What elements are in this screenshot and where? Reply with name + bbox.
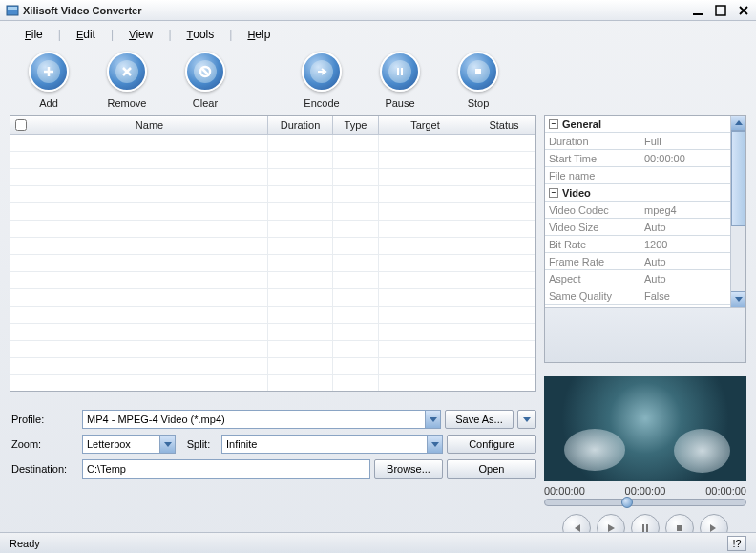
remove-label: Remove bbox=[108, 97, 147, 109]
prop-codec-key: Video Codec bbox=[545, 202, 640, 218]
svg-rect-5 bbox=[397, 68, 399, 75]
timeline-current: 00:00:00 bbox=[625, 485, 666, 497]
chevron-down-icon bbox=[159, 436, 175, 453]
svg-rect-1 bbox=[8, 7, 17, 10]
help-button[interactable]: !? bbox=[727, 536, 746, 551]
prop-size-key: Video Size bbox=[545, 219, 640, 235]
menu-view[interactable]: View bbox=[116, 24, 166, 45]
svg-rect-10 bbox=[677, 525, 682, 531]
header-status[interactable]: Status bbox=[472, 116, 536, 134]
properties-scrollbar[interactable] bbox=[730, 116, 746, 307]
prop-starttime-key: Start Time bbox=[545, 150, 640, 166]
prop-samequality-val[interactable]: False bbox=[640, 287, 730, 304]
menu-help[interactable]: Help bbox=[234, 24, 284, 45]
prop-codec-val[interactable]: mpeg4 bbox=[640, 202, 730, 218]
save-as-dropdown[interactable] bbox=[517, 410, 536, 429]
prop-bitrate-key: Bit Rate bbox=[545, 236, 640, 252]
split-label: Split: bbox=[179, 438, 218, 450]
app-icon bbox=[6, 4, 19, 17]
menu-edit[interactable]: Edit bbox=[63, 24, 109, 45]
close-button[interactable] bbox=[737, 4, 750, 17]
prop-bitrate-val[interactable]: 1200 bbox=[640, 236, 730, 252]
grid-header: Name Duration Type Target Status bbox=[10, 116, 536, 135]
menu-separator: | bbox=[111, 28, 114, 41]
zoom-label: Zoom: bbox=[10, 438, 78, 450]
save-as-button[interactable]: Save As... bbox=[445, 410, 514, 429]
remove-button[interactable]: Remove bbox=[88, 52, 166, 109]
timeline: 00:00:00 00:00:00 00:00:00 bbox=[544, 485, 746, 506]
split-combo[interactable]: Infinite bbox=[221, 435, 443, 454]
file-list-grid: Name Duration Type Target Status bbox=[10, 115, 536, 392]
menu-separator: | bbox=[58, 28, 61, 41]
title-bar: Xilisoft Video Converter bbox=[0, 0, 756, 21]
minimize-button[interactable] bbox=[691, 4, 704, 17]
browse-button[interactable]: Browse... bbox=[374, 459, 443, 479]
prop-duration-key: Duration bbox=[545, 133, 640, 149]
status-bar: Ready !? bbox=[0, 532, 756, 553]
maximize-button[interactable] bbox=[714, 4, 727, 17]
grid-body[interactable] bbox=[10, 135, 536, 392]
destination-label: Destination: bbox=[10, 463, 78, 475]
profile-value: MP4 - MPEG-4 Video (*.mp4) bbox=[87, 414, 225, 425]
preview-pane bbox=[544, 376, 746, 481]
encode-button[interactable]: Encode bbox=[283, 52, 361, 109]
pause-button[interactable]: Pause bbox=[361, 52, 439, 109]
stop-label: Stop bbox=[468, 97, 490, 109]
open-button[interactable]: Open bbox=[447, 459, 536, 479]
split-value: Infinite bbox=[226, 438, 257, 450]
zoom-value: Letterbox bbox=[87, 438, 131, 450]
prop-framerate-val[interactable]: Auto bbox=[640, 253, 730, 269]
prop-filename-val[interactable] bbox=[640, 167, 730, 183]
toolbar: Add Remove Clear Encode Pause Stop bbox=[0, 48, 756, 115]
app-title: Xilisoft Video Converter bbox=[23, 5, 691, 16]
prop-samequality-key: Same Quality bbox=[545, 287, 640, 304]
prop-starttime-val[interactable]: 00:00:00 bbox=[640, 150, 730, 166]
svg-rect-2 bbox=[693, 13, 703, 15]
chevron-down-icon bbox=[425, 411, 440, 428]
menu-separator: | bbox=[229, 28, 232, 41]
prop-aspect-val[interactable]: Auto bbox=[640, 270, 730, 287]
timeline-start: 00:00:00 bbox=[544, 485, 585, 497]
header-checkbox[interactable] bbox=[10, 116, 32, 134]
svg-rect-8 bbox=[642, 524, 644, 532]
prop-group-general[interactable]: −General bbox=[545, 116, 640, 132]
timeline-knob[interactable] bbox=[621, 497, 633, 508]
prop-group-video[interactable]: −Video bbox=[545, 184, 640, 201]
destination-value: C:\Temp bbox=[87, 463, 126, 475]
stop-button[interactable]: Stop bbox=[439, 52, 517, 109]
svg-rect-6 bbox=[401, 68, 403, 75]
prop-duration-val[interactable]: Full bbox=[640, 133, 730, 149]
preview-image bbox=[544, 376, 746, 481]
configure-button[interactable]: Configure bbox=[447, 435, 536, 454]
properties-panel: −General DurationFull Start Time00:00:00… bbox=[544, 115, 746, 363]
menu-tools[interactable]: Tools bbox=[174, 24, 228, 45]
zoom-combo[interactable]: Letterbox bbox=[82, 435, 176, 454]
prop-filename-key: File name bbox=[545, 167, 640, 183]
scroll-down-icon[interactable] bbox=[731, 291, 746, 307]
profile-combo[interactable]: MP4 - MPEG-4 Video (*.mp4) bbox=[82, 410, 441, 429]
svg-rect-9 bbox=[646, 524, 648, 532]
prop-aspect-key: Aspect bbox=[545, 270, 640, 287]
scroll-thumb[interactable] bbox=[731, 131, 746, 226]
add-label: Add bbox=[39, 97, 58, 109]
menu-separator: | bbox=[168, 28, 171, 41]
timeline-end: 00:00:00 bbox=[705, 485, 746, 497]
destination-input[interactable]: C:\Temp bbox=[82, 459, 370, 479]
header-name[interactable]: Name bbox=[32, 116, 268, 134]
clear-label: Clear bbox=[193, 97, 218, 109]
add-button[interactable]: Add bbox=[10, 52, 88, 109]
prop-size-val[interactable]: Auto bbox=[640, 219, 730, 235]
header-type[interactable]: Type bbox=[333, 116, 379, 134]
timeline-track[interactable] bbox=[544, 499, 746, 506]
menu-file[interactable]: File bbox=[11, 24, 56, 45]
status-text: Ready bbox=[10, 538, 727, 549]
properties-description bbox=[545, 307, 746, 362]
svg-rect-3 bbox=[716, 6, 725, 15]
header-target[interactable]: Target bbox=[379, 116, 472, 134]
clear-button[interactable]: Clear bbox=[166, 52, 244, 109]
encode-label: Encode bbox=[304, 97, 339, 109]
menu-bar: File | Edit | View | Tools | Help bbox=[0, 21, 756, 48]
chevron-down-icon bbox=[427, 436, 442, 453]
scroll-up-icon[interactable] bbox=[731, 116, 746, 131]
header-duration[interactable]: Duration bbox=[268, 116, 333, 134]
